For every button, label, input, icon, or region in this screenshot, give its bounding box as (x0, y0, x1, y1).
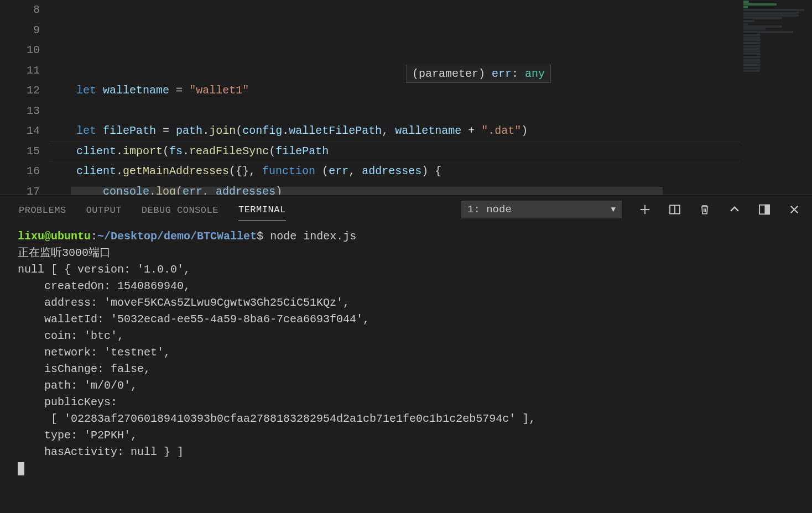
prompt-user: lixu@ubuntu (18, 230, 91, 243)
terminal-output[interactable]: lixu@ubuntu:~/Desktop/demo/BTCWallet$ no… (0, 224, 812, 513)
line-number-gutter: 891011121314151617 (0, 0, 50, 195)
horizontal-scrollbar[interactable] (71, 187, 663, 195)
terminal-command: node index.js (270, 230, 356, 243)
svg-rect-2 (765, 205, 769, 214)
editor-area[interactable]: 891011121314151617 let walletname = "wal… (0, 0, 812, 195)
chevron-up-icon[interactable] (728, 203, 741, 216)
code-line[interactable]: client.getMainAddresses({}, function (er… (50, 161, 812, 182)
line-number: 11 (0, 61, 40, 81)
line-number: 9 (0, 20, 40, 41)
tooltip-param-name: err (492, 67, 512, 80)
code-content[interactable]: let walletname = "wallet1" let filePath … (50, 0, 812, 195)
tab-problems[interactable]: PROBLEMS (19, 198, 66, 221)
prompt-path: ~/Desktop/demo/BTCWallet (97, 230, 257, 243)
new-terminal-button[interactable] (638, 203, 652, 216)
panel-actions: 1: node ▼ (461, 201, 801, 218)
line-number: 10 (0, 40, 40, 61)
code-line[interactable]: let filePath = path.join(config.walletFi… (50, 121, 812, 142)
maximize-panel-button[interactable] (758, 203, 771, 216)
tab-terminal[interactable]: TERMINAL (238, 198, 286, 221)
panel-tabs: PROBLEMS OUTPUT DEBUG CONSOLE TERMINAL 1… (0, 195, 812, 224)
terminal-cursor (18, 462, 24, 475)
terminal-selector[interactable]: 1: node ▼ (461, 201, 622, 218)
tooltip-type: any (525, 67, 545, 80)
code-line[interactable] (50, 101, 812, 122)
code-line[interactable]: let walletname = "wallet1" (50, 81, 812, 101)
kill-terminal-button[interactable] (698, 203, 711, 216)
chevron-down-icon: ▼ (611, 205, 616, 214)
line-number: 13 (0, 101, 40, 122)
minimap[interactable] (740, 0, 812, 195)
line-number: 14 (0, 121, 40, 142)
line-number: 15 (0, 142, 40, 162)
hover-tooltip: (parameter) err: any (406, 65, 551, 83)
bottom-panel: PROBLEMS OUTPUT DEBUG CONSOLE TERMINAL 1… (0, 195, 812, 513)
line-number: 16 (0, 161, 40, 182)
line-number: 12 (0, 81, 40, 101)
tab-debug-console[interactable]: DEBUG CONSOLE (142, 198, 218, 221)
close-panel-button[interactable] (788, 203, 801, 216)
code-line[interactable]: client.import(fs.readFileSync(filePath (50, 142, 812, 162)
tooltip-prefix: (parameter) (412, 67, 492, 80)
line-number: 8 (0, 0, 40, 20)
line-number: 17 (0, 182, 40, 195)
split-terminal-button[interactable] (668, 203, 681, 216)
terminal-selector-label: 1: node (467, 203, 512, 216)
tab-output[interactable]: OUTPUT (86, 198, 122, 221)
